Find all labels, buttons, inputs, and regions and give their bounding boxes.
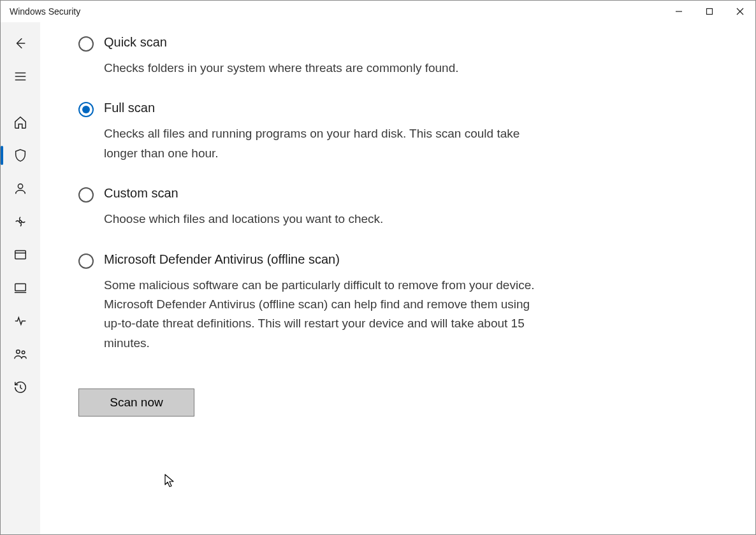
radio-custom-scan[interactable] xyxy=(78,187,94,203)
option-title: Custom scan xyxy=(104,186,383,201)
menu-icon xyxy=(13,69,27,83)
sidebar-item-account[interactable] xyxy=(1,174,40,203)
device-security-icon xyxy=(13,281,27,295)
option-title: Full scan xyxy=(104,101,537,115)
maximize-button[interactable] xyxy=(694,1,725,22)
svg-rect-1 xyxy=(707,9,713,15)
sidebar-item-firewall[interactable] xyxy=(1,207,40,236)
sidebar-item-home[interactable] xyxy=(1,108,40,137)
device-performance-icon xyxy=(13,314,27,328)
back-icon xyxy=(13,36,27,50)
titlebar: Windows Security xyxy=(1,1,755,22)
option-title: Quick scan xyxy=(104,35,459,50)
radio-full-scan[interactable] xyxy=(78,102,94,117)
sidebar-item-family[interactable] xyxy=(1,339,40,369)
scan-now-button[interactable]: Scan now xyxy=(78,389,194,417)
sidebar-item-device-performance[interactable] xyxy=(1,306,40,336)
svg-rect-12 xyxy=(15,284,26,291)
option-text: Full scan Checks all files and running p… xyxy=(104,101,537,163)
minimize-button[interactable] xyxy=(664,1,694,22)
sidebar-item-app-browser[interactable] xyxy=(1,240,40,269)
close-button[interactable] xyxy=(725,1,755,22)
option-full-scan[interactable]: Full scan Checks all files and running p… xyxy=(78,101,537,163)
back-button[interactable] xyxy=(1,29,40,58)
option-desc: Checks folders in your system where thre… xyxy=(104,59,459,78)
account-icon xyxy=(13,182,27,196)
option-desc: Checks all files and running programs on… xyxy=(104,124,537,163)
radio-offline-scan[interactable] xyxy=(78,253,94,269)
radio-quick-scan[interactable] xyxy=(78,36,94,52)
firewall-icon xyxy=(13,215,27,229)
sidebar-item-virus-threat[interactable] xyxy=(1,141,40,170)
body: Quick scan Checks folders in your system… xyxy=(1,22,755,534)
content: Quick scan Checks folders in your system… xyxy=(40,22,755,534)
option-desc: Choose which files and locations you wan… xyxy=(104,210,383,229)
window-title: Windows Security xyxy=(10,6,80,17)
sidebar xyxy=(1,22,40,534)
shield-icon xyxy=(13,148,27,162)
option-desc: Some malicious software can be particula… xyxy=(104,276,537,353)
svg-point-15 xyxy=(22,351,25,354)
home-icon xyxy=(13,115,27,129)
option-text: Custom scan Choose which files and locat… xyxy=(104,186,383,229)
svg-line-17 xyxy=(20,388,22,389)
svg-point-9 xyxy=(19,220,22,223)
svg-rect-10 xyxy=(15,251,26,259)
svg-point-14 xyxy=(17,350,20,354)
sidebar-item-device-security[interactable] xyxy=(1,273,40,303)
sidebar-item-protection-history[interactable] xyxy=(1,373,40,402)
menu-button[interactable] xyxy=(1,62,40,91)
option-title: Microsoft Defender Antivirus (offline sc… xyxy=(104,252,537,267)
option-text: Microsoft Defender Antivirus (offline sc… xyxy=(104,252,537,353)
family-icon xyxy=(13,347,27,361)
option-offline-scan[interactable]: Microsoft Defender Antivirus (offline sc… xyxy=(78,252,537,353)
app-browser-icon xyxy=(13,248,27,262)
history-icon xyxy=(13,380,27,394)
option-custom-scan[interactable]: Custom scan Choose which files and locat… xyxy=(78,186,537,229)
window: Windows Security xyxy=(0,0,756,535)
window-controls xyxy=(664,1,755,22)
option-quick-scan[interactable]: Quick scan Checks folders in your system… xyxy=(78,35,537,78)
svg-point-8 xyxy=(18,184,22,189)
option-text: Quick scan Checks folders in your system… xyxy=(104,35,459,78)
